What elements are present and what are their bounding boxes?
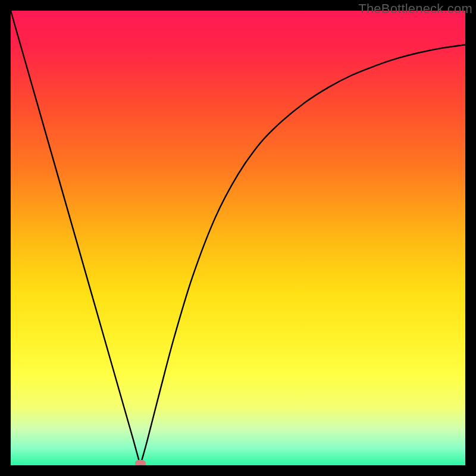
watermark: TheBottleneck.com xyxy=(358,1,472,17)
minimum-marker xyxy=(135,460,146,465)
plot-area xyxy=(11,11,465,465)
bottleneck-curve xyxy=(11,11,465,465)
